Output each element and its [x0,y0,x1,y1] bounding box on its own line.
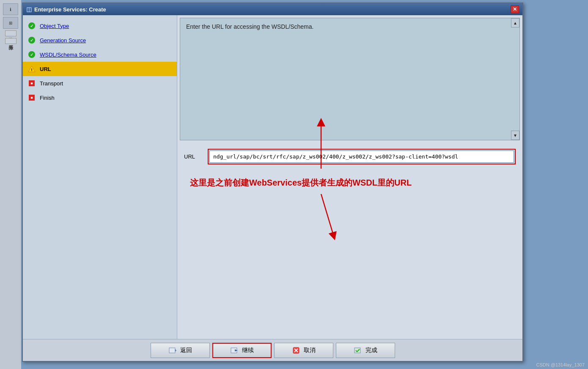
wizard-icon-object-type: ✓ [28,22,36,30]
close-button[interactable]: ✕ [511,5,519,13]
dialog-title: Enterprise Services: Create [34,6,106,13]
cancel-label: 取消 [304,347,316,354]
wizard-label-url: URL [40,66,51,72]
url-label: URL [184,153,201,160]
url-area: URL [177,145,522,169]
sidebar-label-1[interactable]: 装 [5,30,16,36]
dialog-content: ✓ Object Type ✓ Generation Source ✓ WSDL… [23,15,522,361]
title-bar-left: ◫ Enterprise Services: Create [26,6,106,13]
sidebar-icon-1[interactable]: ℹ [3,3,18,15]
wizard-panel: ✓ Object Type ✓ Generation Source ✓ WSDL… [23,15,177,339]
sidebar-icon-2[interactable]: ⊞ [3,17,18,29]
green-check-icon-3: ✓ [28,51,35,58]
back-button[interactable]: 返回 [151,343,210,358]
wizard-label-wsdl-schema[interactable]: WSDL/Schema Source [40,52,96,58]
svg-rect-6 [169,348,175,353]
finish-icon [354,346,362,355]
wizard-icon-url: ! [28,65,36,73]
wizard-item-object-type[interactable]: ✓ Object Type [23,19,177,33]
green-check-icon: ✓ [28,22,35,29]
arrow-up-svg [308,118,334,173]
wizard-label-generation-source[interactable]: Generation Source [40,37,86,44]
warning-triangle-icon: ! [28,66,36,72]
continue-button[interactable]: 继续 [212,343,272,358]
title-bar: ◫ Enterprise Services: Create ✕ [23,3,522,15]
wizard-item-finish: ■ Finish [23,90,177,105]
red-square-icon-1: ■ [29,80,35,86]
description-area: Enter the URL for accessing the WSDL/Sch… [180,18,520,140]
red-square-icon-2: ■ [29,95,35,101]
annotation-text: 这里是之前创建WebServices提供者生成的WSDL里的URL [190,178,412,187]
wizard-item-generation-source[interactable]: ✓ Generation Source [23,33,177,47]
wizard-icon-generation-source: ✓ [28,36,36,44]
wizard-icon-transport: ■ [28,79,36,87]
continue-icon [230,346,239,355]
wizard-item-wsdl-schema[interactable]: ✓ WSDL/Schema Source [23,47,177,62]
button-bar: 返回 继续 取消 [23,339,522,361]
wizard-item-transport: ■ Transport [23,76,177,90]
cancel-button[interactable]: 取消 [274,343,333,358]
title-bar-icon: ◫ [26,6,32,13]
wizard-label-object-type[interactable]: Object Type [40,23,69,29]
svg-line-5 [321,194,334,236]
dialog-window: ◫ Enterprise Services: Create ✕ ✓ Object… [22,3,523,362]
finish-button[interactable]: 完成 [336,343,395,358]
content-panel: Enter the URL for accessing the WSDL/Sch… [177,15,522,339]
arrow-down-svg [308,194,342,245]
wizard-icon-wsdl: ✓ [28,51,36,58]
watermark: CSDN @1314lay_1307 [536,362,585,367]
description-text: Enter the URL for accessing the WSDL/Sch… [186,23,313,30]
back-label: 返回 [180,347,192,354]
url-input[interactable] [209,150,514,163]
back-icon [168,346,177,355]
green-check-icon-2: ✓ [28,37,35,44]
svg-text:!: ! [31,68,33,72]
cancel-icon [292,346,300,355]
finish-label: 完成 [365,347,377,354]
continue-label: 继续 [242,347,254,354]
sidebar-label-2[interactable]: 服务 [5,38,16,44]
annotation-area: 这里是之前创建WebServices提供者生成的WSDL里的URL [177,169,522,339]
wizard-icon-finish: ■ [28,94,36,101]
scroll-up-button[interactable]: ▲ [511,18,519,27]
scroll-down-button[interactable]: ▼ [511,131,519,140]
left-sidebar: ℹ ⊞ 装 服务 [0,0,21,369]
url-input-wrapper [208,149,516,164]
svg-rect-11 [354,348,360,353]
dialog-body: ✓ Object Type ✓ Generation Source ✓ WSDL… [23,15,522,339]
wizard-label-transport: Transport [40,80,63,87]
wizard-item-url[interactable]: ! URL [23,62,177,76]
wizard-label-finish: Finish [40,95,55,101]
